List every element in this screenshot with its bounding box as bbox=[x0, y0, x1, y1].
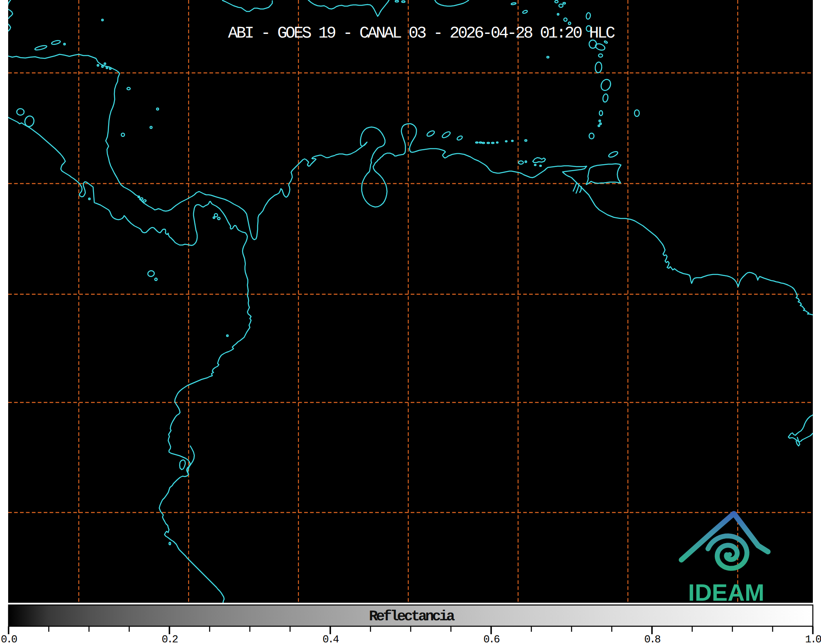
svg-text:Reflectancia: Reflectancia bbox=[369, 608, 455, 625]
svg-text:0.2: 0.2 bbox=[162, 633, 178, 644]
svg-text:0.6: 0.6 bbox=[483, 633, 499, 644]
svg-text:0.4: 0.4 bbox=[323, 633, 339, 644]
svg-text:IDEAM: IDEAM bbox=[688, 579, 765, 606]
svg-text:0.0: 0.0 bbox=[1, 633, 17, 644]
svg-text:ABI - GOES 19 - CANAL 03 - 202: ABI - GOES 19 - CANAL 03 - 2026-04-28 01… bbox=[228, 25, 615, 43]
svg-text:0.8: 0.8 bbox=[644, 633, 660, 644]
svg-text:1.0: 1.0 bbox=[805, 633, 821, 644]
